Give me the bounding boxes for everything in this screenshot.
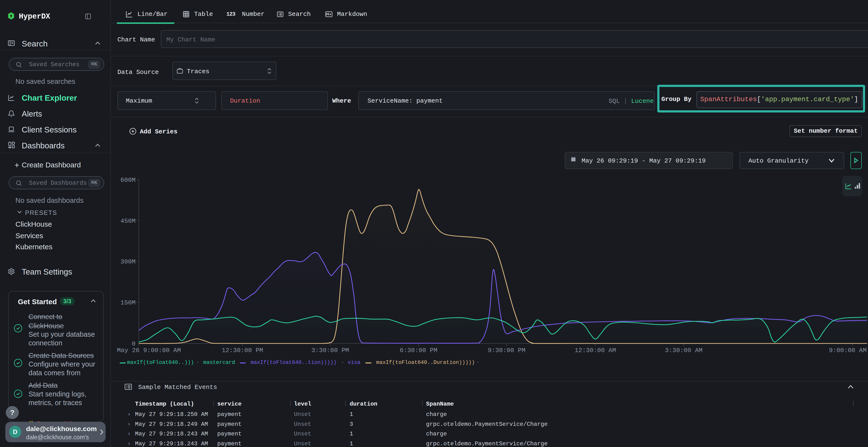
- svg-text:12:30:00 AM: 12:30:00 AM: [575, 347, 616, 354]
- svg-text:600M: 600M: [121, 176, 135, 184]
- svg-text:9:30:00 PM: 9:30:00 PM: [488, 347, 525, 354]
- svg-text:3:30:00 AM: 3:30:00 AM: [665, 347, 703, 354]
- svg-text:3:30:00 PM: 3:30:00 PM: [311, 347, 349, 354]
- svg-text:9:00:00 AM: 9:00:00 AM: [829, 347, 867, 354]
- svg-text:0: 0: [132, 340, 135, 347]
- svg-text:300M: 300M: [121, 258, 135, 265]
- svg-text:6:30:00 PM: 6:30:00 PM: [400, 347, 437, 354]
- svg-text:150M: 150M: [121, 299, 135, 306]
- svg-text:12:30:00 PM: 12:30:00 PM: [222, 347, 263, 354]
- svg-text:450M: 450M: [121, 217, 135, 225]
- svg-text:May 26 9:00:00 AM: May 26 9:00:00 AM: [117, 347, 181, 354]
